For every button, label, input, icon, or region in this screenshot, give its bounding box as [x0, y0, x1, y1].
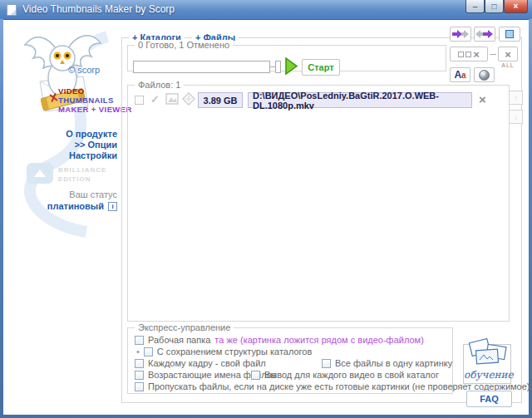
- square-icon: [466, 52, 471, 57]
- file-delete-icon[interactable]: ×: [479, 93, 486, 106]
- window-title: Video Thumbnails Maker by Scorp: [22, 3, 175, 15]
- move-down-button[interactable]: ↓: [509, 110, 523, 124]
- file-done-icon: ✓: [150, 93, 160, 106]
- file-path-box[interactable]: D:\ВИДЕО\PosLedniy.BaGtiR.2017.O.WEB-DL.…: [248, 92, 472, 108]
- per-video-dir-label: Вывод для каждого видео в свой каталог: [264, 370, 439, 380]
- app-window: Video Thumbnails Maker by Scorp – □ ×: [0, 0, 532, 418]
- clear-all-icon: ×: [505, 49, 511, 60]
- arrow-up-icon: ↑: [514, 94, 518, 102]
- clear-icon: ×: [473, 49, 480, 60]
- minimize-icon: –: [473, 2, 478, 11]
- all-in-one-label: Все файлы в одну картинку: [335, 358, 452, 368]
- structure-label: С сохранением структуры каталогов: [157, 347, 312, 357]
- training-label: обучение: [464, 369, 510, 381]
- progress-group-title: 0 Готово, 1 Отменено: [135, 40, 233, 50]
- faq-button[interactable]: FAQ: [466, 391, 512, 407]
- checkbox-workdir[interactable]: [135, 336, 144, 345]
- clear-done-button[interactable]: ×: [450, 47, 488, 61]
- panel-toggle-button[interactable]: [499, 27, 520, 42]
- close-button[interactable]: ×: [504, 0, 528, 13]
- logo-line-video: VIDEO: [58, 86, 85, 96]
- minimize-button[interactable]: –: [466, 0, 485, 13]
- start-button[interactable]: Старт: [302, 59, 340, 76]
- font-large-glyph: A: [454, 69, 461, 81]
- arrow-left-right-icon: [475, 29, 494, 39]
- exchange-button[interactable]: [474, 27, 495, 42]
- font-small-glyph: a: [461, 71, 466, 80]
- files-group: Файлов: 1 ✓ 3.89 GB D:\ВИДЕО\PosLedniy.B…: [127, 85, 510, 322]
- file-checkbox[interactable]: [135, 96, 144, 105]
- checkbox-all-in-one[interactable]: [322, 359, 331, 368]
- bullet-icon: •: [136, 347, 140, 357]
- maximize-icon: □: [491, 2, 496, 11]
- titlebar[interactable]: Video Thumbnails Maker by Scorp: [0, 0, 532, 19]
- express-group: Экспресс-управление Рабочая папка та же …: [127, 327, 453, 394]
- workdir-label: Рабочая папка: [148, 335, 210, 345]
- checkbox-per-frame[interactable]: [135, 359, 144, 368]
- dash-connector: [490, 54, 496, 55]
- sidebar-link-about[interactable]: О продукте: [20, 129, 117, 139]
- close-icon: ×: [514, 2, 519, 11]
- blue-square-icon: [505, 30, 514, 38]
- maximize-button[interactable]: □: [485, 0, 504, 13]
- play-icon: [284, 57, 298, 75]
- progress-group: 0 Готово, 1 Отменено Старт: [127, 45, 446, 71]
- checkbox-per-video-dir[interactable]: [251, 371, 260, 380]
- catalogs-files-group: + Каталоги + Файлы 0 Готово, 1 Отменено …: [121, 37, 522, 403]
- arrow-down-icon: ↓: [514, 113, 518, 121]
- workdir-note-link[interactable]: та же (картинка ложится рядом с видео-фа…: [214, 335, 423, 345]
- font-settings-button[interactable]: Aa: [450, 67, 470, 82]
- files-group-title: Файлов: 1: [135, 80, 184, 90]
- logo-line-thumbnails: THUMBNAILS: [58, 96, 114, 105]
- queue-slot: [275, 61, 281, 73]
- arrow-right-purple-icon: [451, 29, 470, 39]
- checkbox-skip-existing[interactable]: [135, 382, 144, 391]
- express-group-title: Экспресс-управление: [135, 322, 234, 332]
- edition-label: BRILLIANCE EDITION: [58, 165, 106, 184]
- square-icon: [458, 52, 464, 57]
- file-preview-icon: [165, 92, 180, 106]
- sidebar-link-options[interactable]: >> Опции: [20, 140, 117, 150]
- sidebar-link-settings[interactable]: Настройки: [20, 150, 117, 160]
- edition-badge-icon: [27, 163, 53, 184]
- photos-icon: [466, 338, 510, 366]
- file-output-icon: [182, 92, 196, 106]
- file-size-box: 3.89 GB: [198, 92, 243, 108]
- all-label: ALL: [498, 62, 518, 68]
- status-label: Ваш статус: [37, 189, 117, 199]
- credit-label: © scorp: [68, 65, 100, 75]
- per-frame-label: Каждому кадру - свой файл: [148, 358, 266, 368]
- move-up-button[interactable]: ↑: [509, 91, 523, 105]
- info-icon[interactable]: i: [108, 202, 117, 211]
- clear-all-button[interactable]: ×: [498, 47, 518, 61]
- progress-bar: [133, 61, 270, 73]
- checkbox-structure[interactable]: [144, 347, 153, 357]
- app-icon: [7, 4, 17, 16]
- send-to-right-button[interactable]: [450, 27, 471, 42]
- training-button[interactable]: обучение: [463, 344, 511, 384]
- client-area: © scorp VIDEO THUMBNAILS MAKER + VIEWER …: [3, 19, 529, 415]
- checkbox-increasing-names[interactable]: [135, 371, 144, 380]
- globe-icon: [479, 70, 490, 81]
- theme-button[interactable]: [474, 67, 495, 82]
- status-value: платиновый: [47, 201, 104, 211]
